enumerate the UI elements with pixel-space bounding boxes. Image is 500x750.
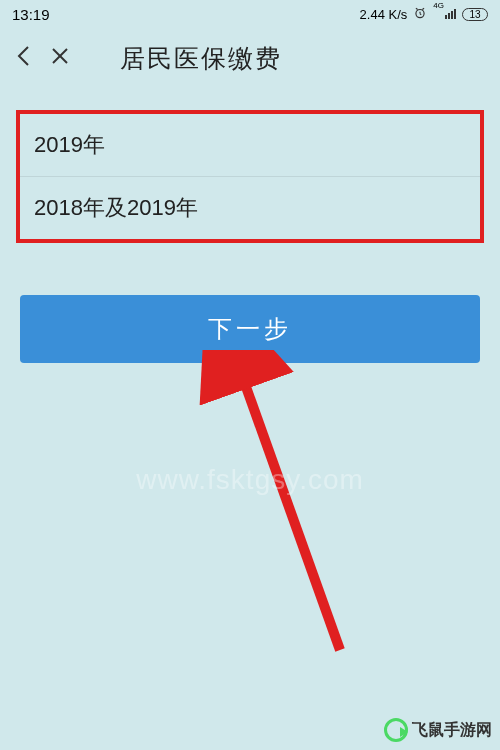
watermark-logo: 飞鼠手游网: [384, 718, 492, 742]
network-speed: 2.44 K/s: [360, 7, 408, 22]
logo-icon: [384, 718, 408, 742]
svg-line-4: [423, 8, 425, 9]
svg-line-8: [240, 370, 340, 650]
watermark-text: 飞鼠手游网: [412, 720, 492, 741]
annotation-arrow: [140, 350, 360, 670]
alarm-icon: [413, 6, 427, 23]
close-icon[interactable]: [50, 46, 70, 70]
battery-icon: 13: [462, 8, 488, 21]
option-2018-2019[interactable]: 2018年及2019年: [20, 177, 480, 239]
status-time: 13:19: [12, 6, 50, 23]
year-options-box: 2019年 2018年及2019年: [16, 110, 484, 243]
header: 居民医保缴费: [0, 28, 500, 88]
signal-icon: 4G: [433, 9, 456, 19]
status-bar: 13:19 2.44 K/s 4G 13: [0, 0, 500, 28]
option-2019[interactable]: 2019年: [20, 114, 480, 177]
status-right: 2.44 K/s 4G 13: [360, 6, 488, 23]
svg-line-3: [416, 8, 418, 9]
page-title: 居民医保缴费: [120, 42, 484, 75]
next-button[interactable]: 下一步: [20, 295, 480, 363]
watermark-url: www.fsktgsy.com: [136, 464, 364, 496]
back-icon[interactable]: [16, 45, 30, 71]
svg-line-2: [420, 13, 421, 14]
